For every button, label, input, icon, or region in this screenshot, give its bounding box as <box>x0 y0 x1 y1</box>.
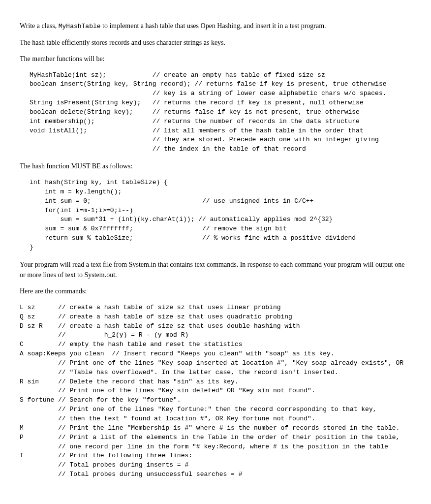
intro-paragraph-3: The member functions will be: <box>20 54 411 64</box>
intro-text-pre: Write a class, <box>20 22 59 30</box>
commands-block: L sz // create a hash table of size sz t… <box>20 303 411 479</box>
program-description: Your program will read a text file from … <box>20 259 411 280</box>
hash-function-block: int hash(String ky, int tableSize) { int… <box>30 178 411 252</box>
intro-code-classname: MyHashTable <box>59 23 101 30</box>
member-functions-block: MyHashTable(int sz); // create an empty … <box>30 71 411 155</box>
intro-text-post: to implement a hash table that uses Open… <box>101 22 326 30</box>
commands-heading: Here are the commands: <box>20 286 411 296</box>
intro-paragraph-1: Write a class, MyHashTable to implement … <box>20 21 411 32</box>
intro-paragraph-2: The hash table efficiently stores record… <box>20 37 411 48</box>
hash-function-heading: The hash function MUST BE as follows: <box>20 161 411 171</box>
